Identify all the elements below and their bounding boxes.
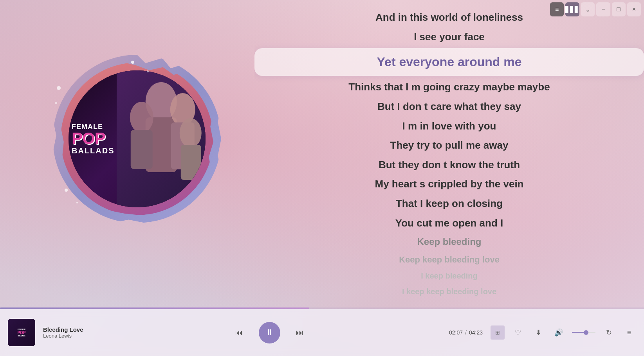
- people-svg: [117, 70, 206, 207]
- lyric-line: But I don t care what they say: [254, 97, 644, 117]
- album-text-area: FEMALE POP BALLADS: [72, 123, 115, 155]
- thumbnail-text: FEMALE POP BALLADS: [17, 328, 25, 337]
- player-controls: ⏮ ⏸ ⏭: [98, 322, 441, 343]
- now-playing-thumbnail: FEMALE POP BALLADS: [8, 319, 35, 346]
- lyrics-area: And in this world of loneliness I see yo…: [254, 0, 644, 309]
- lyric-line: You cut me open and I: [254, 214, 644, 233]
- volume-button[interactable]: 🔊: [552, 325, 566, 340]
- svg-point-4: [130, 102, 153, 133]
- volume-slider[interactable]: [572, 332, 595, 333]
- svg-rect-5: [130, 130, 152, 169]
- heart-icon: ♡: [515, 328, 521, 337]
- lyric-line: I see your face: [254, 27, 644, 47]
- time-display: 02:07 / 04:23: [449, 329, 483, 336]
- album-circle: FEMALE POP BALLADS: [69, 70, 206, 207]
- sparkle-4: [55, 102, 57, 104]
- queue-button[interactable]: ⊞: [491, 325, 505, 340]
- sparkle-5: [65, 189, 68, 192]
- lyric-line: My heart s crippled by the vein: [254, 174, 644, 194]
- total-time: 04:23: [469, 329, 483, 336]
- repeat-icon: ↻: [606, 328, 612, 337]
- playlist-button[interactable]: ≡: [622, 325, 636, 340]
- player-actions: ⊞ ♡ ⬇ 🔊 ↻ ≡: [491, 325, 636, 340]
- maximize-button[interactable]: □: [612, 2, 626, 16]
- sound-button[interactable]: ▋▋▋: [565, 2, 579, 16]
- lyric-line: Keep keep bleeding love: [254, 251, 644, 268]
- lyric-line-active: Yet everyone around me: [254, 48, 644, 76]
- lyric-line: That I keep on closing: [254, 194, 644, 214]
- now-playing-info: Bleeding Love Leona Lewis: [43, 326, 90, 339]
- album-inner: FEMALE POP BALLADS: [69, 70, 206, 207]
- song-title: Bleeding Love: [43, 326, 90, 333]
- play-pause-button[interactable]: ⏸: [259, 322, 280, 343]
- title-bar: ≡ ▋▋▋ ⌄ − □ ×: [550, 0, 644, 19]
- lyric-line: Keep bleeding: [254, 233, 644, 251]
- close-button[interactable]: ×: [627, 2, 641, 16]
- dropdown-button[interactable]: ⌄: [581, 2, 595, 16]
- song-artist: Leona Lewis: [43, 333, 90, 339]
- album-people-area: [117, 70, 206, 207]
- download-icon: ⬇: [536, 328, 541, 337]
- thumbnail-inner: FEMALE POP BALLADS: [8, 319, 35, 346]
- svg-rect-7: [180, 145, 201, 180]
- current-time: 02:07: [449, 329, 463, 336]
- playlist-icon: ≡: [627, 329, 631, 337]
- time-separator: /: [465, 329, 467, 336]
- next-button[interactable]: ⏭: [292, 325, 308, 340]
- volume-icon: 🔊: [554, 328, 563, 337]
- album-text-ballads: BALLADS: [72, 147, 115, 155]
- album-art-area: FEMALE POP BALLADS: [39, 31, 235, 246]
- lyric-line: I keep keep bleeding love: [254, 284, 644, 299]
- menu-button[interactable]: ≡: [550, 2, 564, 16]
- lyric-line: But they don t know the truth: [254, 155, 644, 175]
- sparkle-3: [57, 86, 61, 90]
- queue-icon: ⊞: [495, 329, 500, 336]
- lyric-line: Thinks that I m going crazy maybe maybe: [254, 77, 644, 97]
- album-text-pop: POP: [72, 130, 115, 147]
- album-blob: FEMALE POP BALLADS: [53, 55, 221, 223]
- lyric-line: I m in love with you: [254, 117, 644, 136]
- sparkle-1: [131, 61, 134, 64]
- lyric-line: They try to pull me away: [254, 136, 644, 155]
- player-bar: FEMALE POP BALLADS Bleeding Love Leona L…: [0, 309, 644, 356]
- sparkle-2: [147, 70, 149, 72]
- prev-button[interactable]: ⏮: [231, 325, 247, 340]
- minimize-button[interactable]: −: [596, 2, 610, 16]
- svg-point-6: [179, 118, 201, 148]
- repeat-button[interactable]: ↻: [602, 325, 616, 340]
- download-button[interactable]: ⬇: [531, 325, 545, 340]
- heart-button[interactable]: ♡: [511, 325, 525, 340]
- lyric-line: I keep bleeding: [254, 268, 644, 284]
- sparkle-6: [76, 202, 78, 203]
